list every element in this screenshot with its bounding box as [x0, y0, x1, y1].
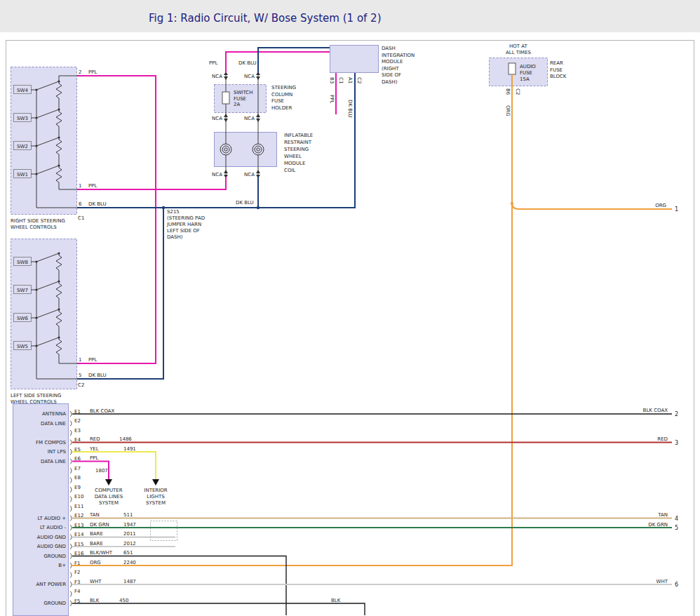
coil-line3: STEERING	[284, 147, 309, 152]
s215-name: S215	[167, 209, 180, 215]
func-data-line-2: DATA LINE	[41, 459, 66, 464]
audio-fuse-line3: 15A	[520, 76, 530, 82]
s215-line1: (STEERING PAD	[167, 215, 205, 221]
pin-e1: E1	[74, 409, 81, 415]
pin-e9: E9	[74, 485, 81, 490]
dim-pin-a1: A1	[347, 77, 353, 83]
dim-line4: (RIGHT	[382, 66, 399, 72]
right-pin1-color: PPL	[88, 183, 97, 189]
func-audio-gnd-1: AUDIO GND	[37, 535, 66, 540]
sw4-label: SW4	[17, 88, 28, 93]
e4-color: RED	[90, 436, 100, 442]
e13-color: DK GRN	[90, 522, 109, 528]
left-connector-label: C2	[78, 382, 84, 388]
all-times-label: ALL TIMES	[506, 50, 532, 55]
pin-f4: F4	[74, 589, 81, 594]
rear-fuse-block-line2: FUSE	[550, 67, 563, 73]
func-ground-2: GROUND	[43, 601, 66, 606]
tan-right-label: TAN	[657, 512, 668, 518]
dim-conn-c2: C2	[356, 77, 362, 83]
dim-line5: SIDE OF	[382, 72, 401, 78]
e12-circuit: 511	[123, 512, 133, 518]
pin-f1: F1	[74, 561, 80, 566]
nca-label-4: NCA	[244, 116, 255, 121]
dkgrn-right-label: DK GRN	[648, 522, 668, 528]
sw7-label: SW7	[17, 288, 28, 293]
org-ref: 1	[675, 206, 678, 213]
e1-color: BLK COAX	[90, 408, 115, 414]
e12-color: TAN	[89, 512, 100, 518]
dim-pin-b3: B3	[329, 77, 335, 83]
coil-box	[215, 133, 277, 167]
ppl-top-wire-label: PPL	[209, 60, 217, 66]
left-controls-caption-1: LEFT SIDE STEERING	[11, 393, 61, 399]
e14-color: BARE	[90, 531, 103, 537]
dkblu-junction-dot	[257, 206, 260, 209]
right-pin2-number: 2	[79, 69, 81, 75]
right-pin2-color: PPL	[88, 69, 97, 75]
fuse-wire-org-label: ORG	[505, 105, 511, 116]
right-connector-label: C1	[78, 215, 84, 221]
func-lt-audio-minus: LT AUDIO -	[40, 525, 67, 530]
rear-fuse-block-line1: REAR	[550, 60, 563, 66]
s215-line2: JUMPER HARN	[166, 222, 201, 227]
func-antenna: ANTENNA	[42, 411, 66, 417]
dkgrn-ref: 5	[675, 525, 678, 531]
fuse-holder-line3: FUSE	[271, 98, 284, 104]
wht-ref: 6	[675, 582, 678, 588]
sw6-label: SW6	[17, 316, 28, 321]
left-pin1-color: PPL	[88, 357, 97, 363]
audio-fuse-line2: FUSE	[520, 70, 532, 76]
computer-system-line1: COMPUTER	[95, 488, 122, 493]
dim-line3: MODULE	[382, 59, 403, 65]
title-bar: Fig 1: Radio Circuit, W/ Bose System (1 …	[0, 0, 700, 32]
left-controls-caption-2: WHEEL CONTROLS	[11, 399, 57, 405]
e15-color: BARE	[90, 541, 103, 547]
pin-e16: E16	[74, 551, 84, 556]
dkblu-mid-wire-label: DK BLU	[236, 200, 254, 206]
func-b-plus: B+	[58, 563, 66, 568]
fuse-pin-b6: B6	[505, 88, 511, 95]
red-ref: 3	[675, 440, 678, 446]
audio-fuse-line1: AUDIO	[520, 64, 536, 69]
interior-lights-line2: LIGHTS	[147, 494, 165, 500]
s215-splice-dot	[162, 206, 165, 209]
f3-circuit: 1487	[123, 579, 136, 584]
rear-fuse-block-line3: BLOCK	[550, 74, 567, 79]
pin-e14: E14	[74, 532, 84, 537]
f5-mid-color-label: BLK	[331, 598, 341, 603]
e16-color: BLK/WHT	[90, 550, 113, 556]
red-right-label: RED	[657, 436, 668, 442]
dkblu-top-wire-label: DK BLU	[238, 60, 257, 66]
e6-circuit: 1807	[95, 468, 108, 474]
s215-line4: DASH)	[167, 234, 183, 240]
left-pin1-number: 1	[79, 357, 81, 363]
coil-line1: INFLATABLE	[284, 133, 313, 138]
pin-e4: E4	[74, 437, 81, 443]
func-ant-power: ANT POWER	[36, 582, 67, 587]
right-pin6-color: DK BLU	[88, 201, 107, 207]
pin-f2: F2	[74, 570, 80, 575]
f1-circuit: 2240	[123, 560, 136, 565]
f5-color: BLK	[90, 598, 100, 603]
pin-e2: E2	[74, 418, 81, 424]
s215-line3: LEFT SIDE OF	[167, 228, 200, 234]
func-data-line-1: DATA LINE	[41, 421, 66, 427]
diagram-frame	[6, 41, 694, 616]
page-title: Fig 1: Radio Circuit, W/ Bose System (1 …	[149, 12, 382, 25]
coil-line6: COIL	[284, 168, 295, 173]
dim-line6: DASH)	[382, 79, 398, 85]
audio-fuse-element	[509, 63, 516, 74]
sw2-label: SW2	[17, 144, 28, 149]
nca-label-3: NCA	[212, 116, 222, 121]
right-pin1-number: 1	[79, 183, 81, 189]
pin-e3: E3	[74, 428, 81, 434]
right-controls-caption-1: RIGHT SIDE STEERING	[11, 218, 65, 224]
fuse-element	[222, 92, 229, 104]
switch-fuse-line2: FUSE	[234, 96, 246, 102]
fuse-holder-line4: HOLDER	[271, 105, 292, 111]
pin-e6: E6	[74, 456, 81, 462]
sw1-label: SW1	[17, 172, 28, 178]
e13-circuit: 1947	[123, 522, 136, 528]
switch-fuse-line3: 2A	[234, 102, 240, 107]
